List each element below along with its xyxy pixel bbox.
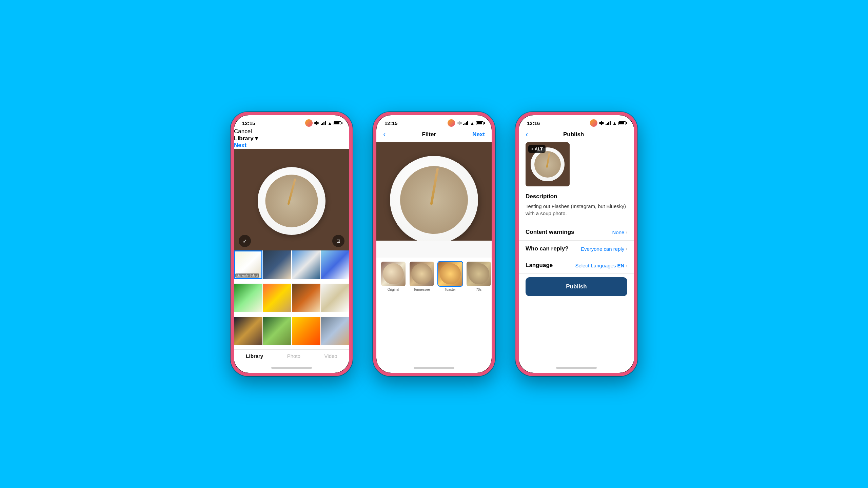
- status-icons-3: ▲: [590, 119, 626, 127]
- expand-button[interactable]: ⤢: [239, 235, 251, 247]
- home-indicator-2: [414, 367, 454, 369]
- divider-4: [519, 273, 634, 274]
- signal-bars-icon-3: [606, 121, 611, 125]
- sound-wave-icon-3: [599, 121, 604, 125]
- signal-bars-icon-2: [463, 121, 468, 125]
- signal-bars-icon: [321, 121, 326, 125]
- tab-photo[interactable]: Photo: [287, 353, 300, 359]
- content-warnings-label: Content warnings: [526, 229, 574, 236]
- phone1: 12:15 ▲ Cancel Library: [231, 112, 353, 376]
- language-value: Select Languages: [575, 263, 616, 268]
- language-value-group: Select Languages EN ›: [575, 263, 627, 268]
- main-photo-1: ⤢ ⊡: [234, 149, 349, 250]
- filter-original[interactable]: Original: [381, 262, 406, 360]
- main-photo-2: [376, 142, 492, 258]
- filter-original-label: Original: [388, 288, 399, 291]
- library-dropdown[interactable]: Library ▾: [234, 135, 349, 142]
- thumbnail-grid: Manually Select: [234, 250, 349, 349]
- thumb-3[interactable]: [292, 250, 320, 279]
- photo-controls: ⤢ ⊡: [234, 235, 349, 247]
- filter-strip: Original Tennessee Toaster: [376, 258, 492, 364]
- time-2: 12:15: [384, 120, 397, 126]
- description-text[interactable]: Testing out Flashes (Instagram, but Blue…: [526, 203, 627, 217]
- crop-button[interactable]: ⊡: [332, 235, 344, 247]
- filter-tennessee-preview: [410, 262, 434, 286]
- tab-bar-1: Library Photo Video: [234, 349, 349, 364]
- language-row[interactable]: Language Select Languages EN ›: [526, 257, 627, 273]
- battery-icon-3: [618, 121, 626, 125]
- thumb-4[interactable]: [321, 250, 350, 279]
- wifi-icon-2: ▲: [470, 121, 474, 126]
- content-warnings-value-group: None ›: [612, 229, 627, 235]
- thumb-8[interactable]: [321, 284, 350, 312]
- phone3: 12:16 ▲ ‹ Publish: [515, 112, 637, 376]
- avatar-3: [590, 119, 597, 127]
- nav-bar-1: Cancel Library ▾ Next: [234, 128, 349, 149]
- avatar-1: [305, 119, 313, 127]
- filter-70s[interactable]: 70s: [467, 262, 491, 360]
- status-icons-1: ▲: [305, 119, 341, 127]
- status-bar-1: 12:15 ▲: [234, 115, 349, 128]
- filter-toaster-preview: [438, 262, 462, 286]
- who-can-reply-value-group: Everyone can reply ›: [581, 246, 627, 252]
- publish-body: + ALT Description Testing out Flashes (I…: [519, 142, 634, 364]
- battery-icon-2: [476, 121, 484, 125]
- publish-button[interactable]: Publish: [526, 277, 627, 296]
- back-button-2[interactable]: ‹: [383, 130, 386, 139]
- battery-icon: [334, 121, 341, 125]
- avatar-2: [448, 119, 455, 127]
- thumb-12[interactable]: [321, 317, 350, 345]
- thumb-9[interactable]: [234, 317, 262, 345]
- next-button-2[interactable]: Next: [472, 131, 485, 138]
- wifi-icon: ▲: [328, 121, 332, 126]
- filter-toaster-label: Toaster: [445, 288, 456, 291]
- chevron-icon-reply: ›: [626, 246, 627, 251]
- home-indicator-1: [271, 367, 312, 369]
- phone2: 12:15 ▲ ‹ Filter Next: [373, 112, 495, 376]
- time-3: 12:16: [527, 120, 540, 126]
- chevron-down-icon: ▾: [255, 135, 258, 142]
- thumb-7[interactable]: [292, 284, 320, 312]
- filter-70s-preview: [467, 262, 491, 286]
- image-preview-container: + ALT: [526, 142, 570, 186]
- home-indicator-3: [556, 367, 597, 369]
- thumb-11[interactable]: [292, 317, 320, 345]
- thumb-10[interactable]: [263, 317, 292, 345]
- chevron-icon-warnings: ›: [626, 229, 627, 235]
- content-warnings-row[interactable]: Content warnings None ›: [526, 224, 627, 240]
- wifi-icon-3: ▲: [612, 121, 617, 126]
- who-can-reply-value: Everyone can reply: [581, 246, 624, 252]
- chevron-icon-language: ›: [626, 263, 627, 268]
- filter-tennessee[interactable]: Tennessee: [410, 262, 434, 360]
- language-label: Language: [526, 262, 553, 269]
- status-bar-3: 12:16 ▲: [519, 115, 634, 128]
- thumb-1[interactable]: Manually Select: [234, 250, 262, 279]
- filter-original-preview: [381, 262, 406, 286]
- description-label: Description: [526, 193, 627, 200]
- sound-wave-icon-2: [457, 121, 461, 125]
- alt-badge[interactable]: + ALT: [528, 145, 546, 153]
- sound-wave-icon: [314, 121, 319, 125]
- time-1: 12:15: [242, 120, 255, 126]
- publish-nav: ‹ Publish: [519, 128, 634, 142]
- filter-toaster[interactable]: Toaster: [438, 262, 462, 360]
- content-warnings-value: None: [612, 229, 624, 235]
- thumb-6[interactable]: [263, 284, 292, 312]
- tab-video[interactable]: Video: [324, 353, 337, 359]
- thumb-1-label: Manually Select: [235, 273, 259, 278]
- who-can-reply-row[interactable]: Who can reply? Everyone can reply ›: [526, 241, 627, 257]
- back-button-3[interactable]: ‹: [526, 130, 528, 139]
- tab-library[interactable]: Library: [246, 353, 263, 359]
- thumb-5[interactable]: [234, 284, 262, 312]
- who-can-reply-label: Who can reply?: [526, 245, 569, 252]
- language-code: EN: [617, 263, 624, 268]
- thumb-2[interactable]: [263, 250, 292, 279]
- status-icons-2: ▲: [448, 119, 484, 127]
- filter-title: Filter: [422, 131, 436, 138]
- filter-tennessee-label: Tennessee: [414, 288, 430, 291]
- next-button-1[interactable]: Next: [234, 142, 246, 148]
- publish-title: Publish: [563, 131, 584, 138]
- cancel-button[interactable]: Cancel: [234, 128, 252, 135]
- nav-bar-2: ‹ Filter Next: [376, 128, 492, 142]
- filter-70s-label: 70s: [476, 288, 481, 291]
